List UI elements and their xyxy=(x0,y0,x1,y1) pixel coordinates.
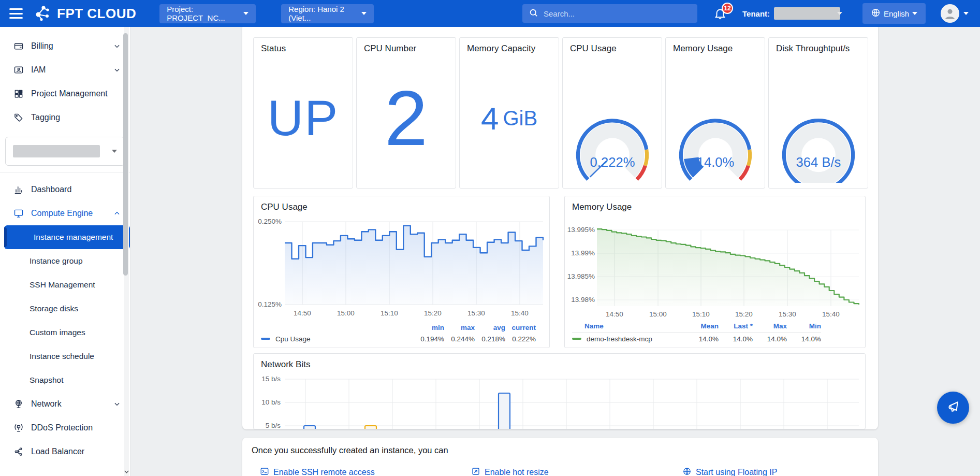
sidebar-item-ssh-management[interactable]: SSH Management xyxy=(0,273,130,297)
memory-capacity-value: 4 xyxy=(481,100,499,137)
scroll-down-chevron-icon[interactable] xyxy=(123,468,130,475)
series-name[interactable]: Cpu Usage xyxy=(275,335,311,343)
quick-link-enable-hot-resize[interactable]: Enable hot resize xyxy=(471,467,549,476)
sidebar-item-label: Instance management xyxy=(34,233,121,242)
chevron-down-icon xyxy=(243,12,248,15)
sidebar-scrollbar-thumb[interactable] xyxy=(123,33,128,276)
svg-text:13.98%: 13.98% xyxy=(571,296,595,304)
svg-text:15:10: 15:10 xyxy=(381,309,398,317)
chevron-down-icon xyxy=(113,400,121,408)
sidebar-item-project-management[interactable]: Project Management xyxy=(0,82,130,106)
chevron-down-icon xyxy=(963,12,969,15)
svg-text:10 b/s: 10 b/s xyxy=(261,398,281,406)
sidebar-instance-select[interactable] xyxy=(5,137,125,166)
search-icon xyxy=(529,8,538,20)
memory-usage-chart-card: Memory Usage13.995%13.99%13.985%13.98%14… xyxy=(564,196,866,348)
bar-chart-icon xyxy=(13,184,24,195)
sidebar-item-ddos-protection[interactable]: DDoS Protection xyxy=(0,416,130,440)
sidebar-item-dashboard[interactable]: Dashboard xyxy=(0,178,130,201)
legend-stat-header[interactable]: avg xyxy=(475,324,505,331)
sidebar-item-network[interactable]: Network xyxy=(0,392,130,416)
sidebar-item-storage-disks[interactable]: Storage disks xyxy=(0,297,130,321)
sidebar-item-label: Load Balancer xyxy=(31,447,121,456)
card-title: CPU Usage xyxy=(563,38,662,54)
tenant-selector[interactable]: Tenant: xyxy=(742,7,842,20)
notifications-button[interactable]: 12 xyxy=(713,7,729,21)
sidebar-item-instance-schedule[interactable]: Instance schedule xyxy=(0,344,130,368)
sidebar-item-label: Dashboard xyxy=(31,185,121,194)
memory-capacity-unit: GiB xyxy=(503,107,537,130)
globe-icon xyxy=(871,8,881,19)
legend-stat-header[interactable]: min xyxy=(414,324,444,331)
notification-count-badge: 12 xyxy=(722,3,733,14)
region-selector-label: Region: Hanoi 2 (Viet... xyxy=(288,5,352,22)
svg-text:15:20: 15:20 xyxy=(735,310,753,318)
project-selector[interactable]: Project: PROJECT_NC... xyxy=(159,4,256,23)
global-search xyxy=(522,4,697,23)
legend-col-header[interactable]: Min xyxy=(787,322,821,330)
hamburger-menu-icon[interactable] xyxy=(9,8,23,19)
chevron-down-icon xyxy=(837,12,842,15)
legend-stat-value: 0.218% xyxy=(475,335,505,343)
cpu-usage-chart-card: CPU Usage0.250%0.125%14:5015:0015:1015:2… xyxy=(253,196,550,348)
chevron-down-icon xyxy=(112,150,117,153)
legend-col-header[interactable]: Mean xyxy=(684,322,719,330)
wallet-icon xyxy=(13,41,24,52)
svg-text:14:50: 14:50 xyxy=(606,310,623,318)
series-color-dash xyxy=(572,338,581,340)
cpu-number-value: 2 xyxy=(385,74,428,163)
chevron-down-icon xyxy=(361,12,367,15)
language-selector[interactable]: English xyxy=(862,3,926,24)
svg-text:15:40: 15:40 xyxy=(822,310,840,318)
announcements-fab[interactable] xyxy=(937,392,969,424)
svg-text:15:30: 15:30 xyxy=(467,309,485,317)
resize-icon xyxy=(471,467,480,476)
card-title: CPU Number xyxy=(357,38,456,54)
language-label: English xyxy=(884,9,909,18)
legend-divider xyxy=(572,332,821,333)
sidebar-item-load-balancer[interactable]: Load Balancer xyxy=(0,440,130,464)
brand-logo[interactable]: FPT CLOUD xyxy=(33,3,136,24)
sidebar-item-tagging[interactable]: Tagging xyxy=(0,106,130,129)
sidebar-item-label: Project Management xyxy=(31,89,121,98)
tenant-label: Tenant: xyxy=(742,9,770,18)
sidebar-item-label: Custom images xyxy=(30,328,121,337)
legend-value: 14.0% xyxy=(719,335,753,343)
quick-link-enable-ssh-remote-access[interactable]: Enable SSH remote access xyxy=(260,467,375,476)
user-menu[interactable] xyxy=(941,4,969,23)
svg-text:0.222%: 0.222% xyxy=(590,155,635,169)
svg-text:14.0%: 14.0% xyxy=(696,155,734,169)
sidebar-scrollbar-track[interactable] xyxy=(124,27,129,476)
sidebar-item-custom-images[interactable]: Custom images xyxy=(0,321,130,344)
legend-col-header[interactable]: Last * xyxy=(719,322,753,330)
series-name[interactable]: demo-freshdesk-mcp xyxy=(587,335,652,343)
sidebar-item-instance-management[interactable]: Instance management xyxy=(4,225,130,249)
megaphone-icon xyxy=(945,399,961,416)
sidebar-item-instance-group[interactable]: Instance group xyxy=(0,249,130,273)
legend-name-header[interactable]: Name xyxy=(584,322,684,330)
sidebar-item-label: Snapshot xyxy=(30,376,121,385)
stat-card-status: StatusUP xyxy=(253,37,353,189)
status-value: UP xyxy=(268,90,339,147)
sidebar-item-snapshot[interactable]: Snapshot xyxy=(0,368,130,392)
legend-col-header[interactable]: Max xyxy=(753,322,787,330)
sidebar-item-iam[interactable]: IAM xyxy=(0,58,130,82)
sidebar-menu-list: DashboardCompute EngineInstance manageme… xyxy=(0,176,130,464)
card-title: Memory Capacity xyxy=(460,38,559,54)
svg-text:5 b/s: 5 b/s xyxy=(266,422,281,429)
card-title: Memory Usage xyxy=(666,38,765,54)
chevron-down-icon xyxy=(912,12,917,15)
legend-stat-header[interactable]: max xyxy=(444,324,475,331)
sidebar-item-billing[interactable]: Billing xyxy=(0,34,130,58)
quick-link-start-using-floating-ip[interactable]: Start using Floating IP xyxy=(682,467,777,476)
legend-stat-header[interactable]: current xyxy=(505,324,536,331)
sidebar: BillingIAMProject ManagementTagging Dash… xyxy=(0,27,130,476)
region-selector[interactable]: Region: Hanoi 2 (Viet... xyxy=(281,4,374,23)
search-input[interactable] xyxy=(544,9,678,18)
sidebar-item-compute-engine[interactable]: Compute Engine xyxy=(0,201,130,225)
selected-indicator xyxy=(4,227,7,247)
globe-icon xyxy=(682,467,692,476)
svg-text:13.985%: 13.985% xyxy=(567,272,595,280)
sidebar-divider xyxy=(0,172,130,172)
legend-value: 14.0% xyxy=(684,335,719,343)
